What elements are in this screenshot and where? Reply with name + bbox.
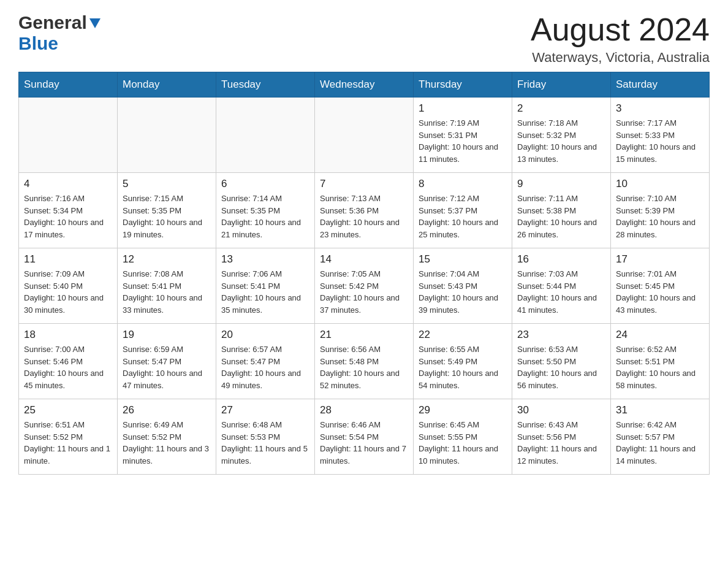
calendar-day-cell: 29Sunrise: 6:45 AM Sunset: 5:55 PM Dayli… xyxy=(414,399,512,475)
calendar-day-cell: 10Sunrise: 7:10 AM Sunset: 5:39 PM Dayli… xyxy=(611,173,710,248)
day-info: Sunrise: 6:51 AM Sunset: 5:52 PM Dayligh… xyxy=(24,419,112,467)
calendar-day-cell: 8Sunrise: 7:12 AM Sunset: 5:37 PM Daylig… xyxy=(414,173,512,248)
calendar-day-cell: 13Sunrise: 7:06 AM Sunset: 5:41 PM Dayli… xyxy=(216,248,315,324)
day-info: Sunrise: 6:48 AM Sunset: 5:53 PM Dayligh… xyxy=(221,419,309,467)
calendar-day-cell: 28Sunrise: 6:46 AM Sunset: 5:54 PM Dayli… xyxy=(315,399,414,475)
calendar-day-cell: 26Sunrise: 6:49 AM Sunset: 5:52 PM Dayli… xyxy=(118,399,216,475)
calendar-day-cell: 22Sunrise: 6:55 AM Sunset: 5:49 PM Dayli… xyxy=(414,324,512,399)
calendar-week-row: 1Sunrise: 7:19 AM Sunset: 5:31 PM Daylig… xyxy=(19,98,710,173)
day-number: 27 xyxy=(221,404,309,416)
calendar-header-tuesday: Tuesday xyxy=(216,72,315,98)
day-number: 3 xyxy=(616,102,704,115)
day-number: 20 xyxy=(221,329,309,341)
day-number: 28 xyxy=(320,404,408,416)
day-number: 14 xyxy=(320,253,408,266)
day-number: 19 xyxy=(123,329,211,341)
day-info: Sunrise: 6:57 AM Sunset: 5:47 PM Dayligh… xyxy=(221,343,309,391)
day-info: Sunrise: 7:01 AM Sunset: 5:45 PM Dayligh… xyxy=(616,268,704,316)
calendar-day-cell: 31Sunrise: 6:42 AM Sunset: 5:57 PM Dayli… xyxy=(611,399,710,475)
calendar-table: SundayMondayTuesdayWednesdayThursdayFrid… xyxy=(18,72,710,475)
calendar-header-monday: Monday xyxy=(118,72,216,98)
day-number: 12 xyxy=(123,253,211,266)
calendar-day-cell: 6Sunrise: 7:14 AM Sunset: 5:35 PM Daylig… xyxy=(216,173,315,248)
day-info: Sunrise: 7:16 AM Sunset: 5:34 PM Dayligh… xyxy=(24,193,112,240)
calendar-day-cell: 19Sunrise: 6:59 AM Sunset: 5:47 PM Dayli… xyxy=(118,324,216,399)
calendar-week-row: 4Sunrise: 7:16 AM Sunset: 5:34 PM Daylig… xyxy=(19,173,710,248)
calendar-header-sunday: Sunday xyxy=(19,72,118,98)
day-number: 9 xyxy=(517,178,605,190)
day-info: Sunrise: 7:13 AM Sunset: 5:36 PM Dayligh… xyxy=(320,193,408,240)
day-info: Sunrise: 7:08 AM Sunset: 5:41 PM Dayligh… xyxy=(123,268,211,316)
day-number: 16 xyxy=(517,253,605,266)
day-info: Sunrise: 6:49 AM Sunset: 5:52 PM Dayligh… xyxy=(123,419,211,467)
calendar-day-cell xyxy=(315,98,414,173)
day-info: Sunrise: 6:59 AM Sunset: 5:47 PM Dayligh… xyxy=(123,343,211,391)
day-number: 17 xyxy=(616,253,704,266)
calendar-week-row: 25Sunrise: 6:51 AM Sunset: 5:52 PM Dayli… xyxy=(19,399,710,475)
calendar-day-cell xyxy=(19,98,118,173)
day-info: Sunrise: 7:15 AM Sunset: 5:35 PM Dayligh… xyxy=(123,193,211,240)
day-info: Sunrise: 7:04 AM Sunset: 5:43 PM Dayligh… xyxy=(419,268,507,316)
logo: General Blue xyxy=(18,12,102,54)
day-info: Sunrise: 6:52 AM Sunset: 5:51 PM Dayligh… xyxy=(616,343,704,391)
calendar-day-cell: 14Sunrise: 7:05 AM Sunset: 5:42 PM Dayli… xyxy=(315,248,414,324)
calendar-day-cell: 21Sunrise: 6:56 AM Sunset: 5:48 PM Dayli… xyxy=(315,324,414,399)
day-number: 25 xyxy=(24,404,112,416)
logo-triangle-icon xyxy=(88,16,102,29)
day-number: 24 xyxy=(616,329,704,341)
day-info: Sunrise: 7:05 AM Sunset: 5:42 PM Dayligh… xyxy=(320,268,408,316)
calendar-day-cell: 12Sunrise: 7:08 AM Sunset: 5:41 PM Dayli… xyxy=(118,248,216,324)
day-number: 21 xyxy=(320,329,408,341)
day-info: Sunrise: 7:09 AM Sunset: 5:40 PM Dayligh… xyxy=(24,268,112,316)
day-number: 8 xyxy=(419,178,507,190)
day-number: 18 xyxy=(24,329,112,341)
day-info: Sunrise: 6:53 AM Sunset: 5:50 PM Dayligh… xyxy=(517,343,605,391)
day-info: Sunrise: 7:19 AM Sunset: 5:31 PM Dayligh… xyxy=(419,117,507,165)
calendar-week-row: 11Sunrise: 7:09 AM Sunset: 5:40 PM Dayli… xyxy=(19,248,710,324)
day-info: Sunrise: 6:56 AM Sunset: 5:48 PM Dayligh… xyxy=(320,343,408,391)
page-header: General Blue August 2024 Waterways, Vict… xyxy=(18,12,710,66)
day-number: 11 xyxy=(24,253,112,266)
calendar-day-cell xyxy=(216,98,315,173)
calendar-day-cell: 20Sunrise: 6:57 AM Sunset: 5:47 PM Dayli… xyxy=(216,324,315,399)
day-info: Sunrise: 6:42 AM Sunset: 5:57 PM Dayligh… xyxy=(616,419,704,467)
calendar-day-cell: 11Sunrise: 7:09 AM Sunset: 5:40 PM Dayli… xyxy=(19,248,118,324)
logo-general: General xyxy=(18,12,87,33)
calendar-day-cell: 4Sunrise: 7:16 AM Sunset: 5:34 PM Daylig… xyxy=(19,173,118,248)
location: Waterways, Victoria, Australia xyxy=(531,50,710,66)
calendar-header-row: SundayMondayTuesdayWednesdayThursdayFrid… xyxy=(19,72,710,98)
calendar-day-cell: 2Sunrise: 7:18 AM Sunset: 5:32 PM Daylig… xyxy=(512,98,611,173)
calendar-day-cell: 23Sunrise: 6:53 AM Sunset: 5:50 PM Dayli… xyxy=(512,324,611,399)
day-number: 13 xyxy=(221,253,309,266)
day-info: Sunrise: 7:12 AM Sunset: 5:37 PM Dayligh… xyxy=(419,193,507,240)
month-title: August 2024 xyxy=(531,12,710,47)
calendar-day-cell: 18Sunrise: 7:00 AM Sunset: 5:46 PM Dayli… xyxy=(19,324,118,399)
day-number: 15 xyxy=(419,253,507,266)
day-info: Sunrise: 7:06 AM Sunset: 5:41 PM Dayligh… xyxy=(221,268,309,316)
calendar-day-cell: 9Sunrise: 7:11 AM Sunset: 5:38 PM Daylig… xyxy=(512,173,611,248)
calendar-day-cell: 24Sunrise: 6:52 AM Sunset: 5:51 PM Dayli… xyxy=(611,324,710,399)
day-info: Sunrise: 6:46 AM Sunset: 5:54 PM Dayligh… xyxy=(320,419,408,467)
calendar-header-thursday: Thursday xyxy=(414,72,512,98)
day-info: Sunrise: 7:11 AM Sunset: 5:38 PM Dayligh… xyxy=(517,193,605,240)
day-number: 5 xyxy=(123,178,211,190)
calendar-header-friday: Friday xyxy=(512,72,611,98)
calendar-day-cell xyxy=(118,98,216,173)
svg-marker-0 xyxy=(89,18,100,28)
day-info: Sunrise: 7:10 AM Sunset: 5:39 PM Dayligh… xyxy=(616,193,704,240)
calendar-day-cell: 3Sunrise: 7:17 AM Sunset: 5:33 PM Daylig… xyxy=(611,98,710,173)
logo-blue: Blue xyxy=(18,33,58,54)
title-block: August 2024 Waterways, Victoria, Austral… xyxy=(531,12,710,66)
day-info: Sunrise: 6:55 AM Sunset: 5:49 PM Dayligh… xyxy=(419,343,507,391)
day-number: 26 xyxy=(123,404,211,416)
day-info: Sunrise: 6:43 AM Sunset: 5:56 PM Dayligh… xyxy=(517,419,605,467)
calendar-day-cell: 27Sunrise: 6:48 AM Sunset: 5:53 PM Dayli… xyxy=(216,399,315,475)
calendar-header-wednesday: Wednesday xyxy=(315,72,414,98)
day-number: 4 xyxy=(24,178,112,190)
day-info: Sunrise: 7:00 AM Sunset: 5:46 PM Dayligh… xyxy=(24,343,112,391)
day-number: 22 xyxy=(419,329,507,341)
day-info: Sunrise: 7:14 AM Sunset: 5:35 PM Dayligh… xyxy=(221,193,309,240)
calendar-header-saturday: Saturday xyxy=(611,72,710,98)
calendar-day-cell: 1Sunrise: 7:19 AM Sunset: 5:31 PM Daylig… xyxy=(414,98,512,173)
day-info: Sunrise: 6:45 AM Sunset: 5:55 PM Dayligh… xyxy=(419,419,507,467)
